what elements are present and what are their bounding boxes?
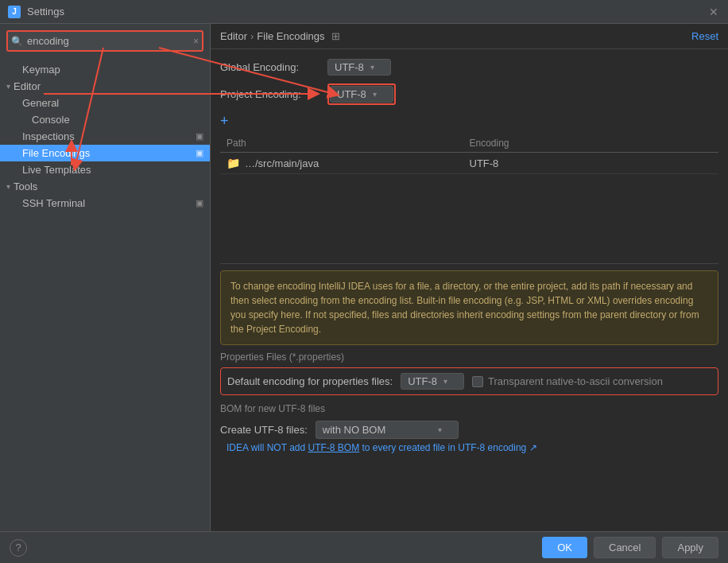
default-encoding-label: Default encoding for properties files: [227,375,393,387]
cancel-button[interactable]: Cancel [594,537,656,558]
bom-link[interactable]: UTF-8 BOM [308,442,359,453]
sidebar-item-file-encodings[interactable]: File Encodings ▣ [0,145,210,161]
breadcrumb-separator: › [250,30,254,42]
project-encoding-arrow: ▾ [373,90,377,99]
table-header: Path Encoding [220,134,718,153]
folder-icon: 📁 [227,157,240,169]
project-encoding-label: Project Encoding: [220,88,327,100]
search-box: 🔍 × [6,30,203,52]
global-encoding-value: UTF-8 [335,61,364,73]
breadcrumb-icon: ⊞ [331,30,340,42]
file-encodings-badge: ▣ [196,148,203,158]
global-encoding-label: Global Encoding: [220,61,327,73]
tree-expand-arrow: ▾ [6,182,10,191]
sidebar-item-label: Live Templates [22,164,91,176]
sidebar-item-label: Inspections [22,130,75,142]
sidebar-item-ssh-terminal[interactable]: SSH Terminal ▣ [0,195,210,212]
sidebar-item-label: Editor [14,80,41,92]
bom-section-label: BOM for new UTF-8 files [220,403,718,414]
sidebar-tree: Keymap ▾ Editor General Console Inspecti… [0,58,210,531]
add-path-button[interactable]: + [220,113,229,130]
ssh-badge: ▣ [196,198,203,208]
bom-value: with NO BOM [323,424,385,436]
transparent-label: Transparent native-to-ascii conversion [488,375,663,387]
breadcrumb-part2: File Encodings [257,30,324,42]
app-icon: J [8,6,21,18]
help-button[interactable]: ? [10,539,27,557]
sidebar-item-label: File Encodings [22,147,90,159]
encoding-table: Path Encoding 📁 …/src/main/java UTF-8 [220,134,718,264]
bom-select[interactable]: with NO BOM ▾ [316,421,459,439]
sidebar-item-live-templates[interactable]: Live Templates [0,161,210,178]
properties-row: Default encoding for properties files: U… [220,367,718,395]
sidebar-item-console[interactable]: Console [0,111,210,128]
table-row[interactable]: 📁 …/src/main/java UTF-8 [220,153,718,174]
tree-expand-arrow: ▾ [6,82,10,91]
title-bar: J Settings ✕ [0,0,728,24]
global-encoding-row: Global Encoding: UTF-8 ▾ [220,59,718,76]
sidebar-item-label: Console [32,114,70,126]
properties-section-label: Properties Files (*.properties) [220,351,718,363]
info-box: To change encoding IntelliJ IDEA uses fo… [220,270,718,345]
search-clear-button[interactable]: × [193,36,199,47]
info-text: To change encoding IntelliJ IDEA uses fo… [230,281,699,335]
content-body: Global Encoding: UTF-8 ▾ Project Encodin… [211,49,728,531]
properties-encoding-value: UTF-8 [408,375,437,387]
sidebar-item-inspections[interactable]: Inspections ▣ [0,128,210,145]
sidebar-item-label: SSH Terminal [22,197,85,209]
transparent-checkbox[interactable] [472,376,483,387]
transparent-checkbox-area: Transparent native-to-ascii conversion [472,375,663,387]
project-encoding-highlight: UTF-8 ▾ [327,83,396,105]
bom-arrow: ▾ [438,425,442,434]
col-path: Path [227,138,470,149]
window-title: Settings [27,6,64,17]
ok-button[interactable]: OK [542,537,587,558]
properties-encoding-select[interactable]: UTF-8 ▾ [401,373,464,390]
properties-encoding-arrow: ▾ [443,377,447,386]
project-encoding-value: UTF-8 [337,88,366,100]
breadcrumb: Editor › File Encodings ⊞ [220,30,340,42]
main-layout: 🔍 × Keymap ▾ Editor General Con [0,24,728,531]
close-button[interactable]: ✕ [707,6,720,18]
search-icon: 🔍 [11,36,23,47]
sidebar-item-label: Keymap [22,64,60,76]
create-utf8-label: Create UTF-8 files: [220,424,308,436]
sidebar-item-label: Tools [14,181,37,192]
project-encoding-select[interactable]: UTF-8 ▾ [330,86,393,103]
breadcrumb-part1: Editor [220,30,247,42]
bom-section: BOM for new UTF-8 files Create UTF-8 fil… [220,403,718,453]
path-cell: 📁 …/src/main/java [227,157,470,169]
path-value: …/src/main/java [245,157,319,169]
sidebar-item-tools[interactable]: ▾ Tools [0,178,210,195]
action-buttons: OK Cancel Apply [542,537,718,558]
sidebar-item-keymap[interactable]: Keymap [0,61,210,78]
bom-info-text: IDEA will NOT add UTF-8 BOM to every cre… [227,442,718,453]
content-header: Editor › File Encodings ⊞ Reset [211,24,728,49]
sidebar-item-label: General [22,97,59,109]
content-area: Editor › File Encodings ⊞ Reset Global E… [211,24,728,531]
sidebar-item-editor[interactable]: ▾ Editor [0,78,210,95]
reset-button[interactable]: Reset [691,30,718,42]
bottom-bar: ? OK Cancel Apply [0,531,728,563]
project-encoding-row: Project Encoding: UTF-8 ▾ [220,83,718,105]
apply-button[interactable]: Apply [662,537,718,558]
sidebar: 🔍 × Keymap ▾ Editor General Con [0,24,211,531]
search-input[interactable] [6,30,203,52]
col-encoding: Encoding [470,138,713,149]
bom-row: Create UTF-8 files: with NO BOM ▾ [220,421,718,439]
encoding-value: UTF-8 [470,157,713,169]
global-encoding-select[interactable]: UTF-8 ▾ [327,59,391,76]
global-encoding-arrow: ▾ [370,63,374,72]
inspections-badge: ▣ [196,131,203,142]
table-body: 📁 …/src/main/java UTF-8 [220,153,718,264]
sidebar-item-general[interactable]: General [0,95,210,111]
